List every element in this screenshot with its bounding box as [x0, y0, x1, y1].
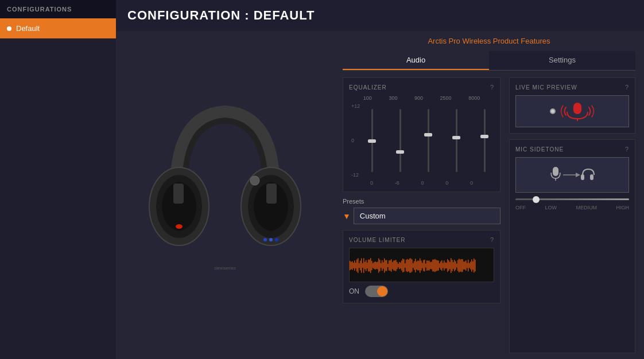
preset-dropdown[interactable]: Custom [354, 208, 501, 224]
svg-rect-42 [382, 260, 383, 271]
equalizer-help[interactable]: ? [490, 84, 494, 91]
svg-rect-94 [441, 260, 443, 271]
right-panel: Arctis Pro Wireless Product Features Aud… [334, 31, 644, 359]
live-mic-section: LIVE MIC PREVIEW ? [509, 77, 635, 134]
svg-rect-105 [454, 260, 455, 271]
svg-rect-79 [424, 260, 425, 272]
svg-rect-49 [390, 260, 391, 271]
eq-track-2[interactable] [428, 109, 429, 172]
mic-preview-icon [560, 102, 595, 121]
svg-rect-84 [430, 262, 431, 269]
svg-rect-39 [378, 258, 379, 272]
svg-rect-54 [395, 260, 397, 271]
vl-label: VOLUME LIMITER [349, 237, 405, 243]
eq-freq-300: 300 [389, 95, 397, 101]
svg-rect-92 [439, 263, 440, 268]
eq-thumb-0[interactable] [368, 139, 376, 143]
svg-rect-113 [463, 262, 464, 270]
eq-slider-4[interactable] [484, 109, 486, 172]
svg-rect-73 [417, 260, 418, 270]
audio-right: LIVE MIC PREVIEW ? [509, 77, 635, 353]
svg-rect-43 [383, 262, 384, 268]
svg-rect-22 [359, 263, 360, 268]
eq-thumb-2[interactable] [424, 133, 432, 136]
vl-toggle-switch[interactable] [365, 286, 388, 297]
svg-rect-116 [467, 263, 468, 268]
svg-rect-51 [392, 262, 393, 269]
eq-thumb-1[interactable] [396, 150, 404, 154]
preset-value: Custom [360, 212, 386, 220]
svg-rect-24 [361, 258, 362, 272]
svg-rect-122 [474, 259, 475, 273]
svg-rect-109 [459, 259, 460, 272]
svg-rect-25 [362, 263, 363, 268]
svg-rect-23 [360, 261, 361, 271]
eq-db-plus12: +12 [351, 103, 360, 109]
eq-slider-1[interactable] [399, 109, 401, 172]
svg-rect-21 [358, 258, 359, 273]
svg-rect-8 [173, 184, 184, 204]
tab-audio[interactable]: Audio [343, 51, 489, 70]
svg-rect-75 [420, 258, 421, 272]
svg-rect-82 [428, 261, 429, 271]
svg-rect-77 [422, 263, 423, 268]
svg-rect-44 [384, 259, 385, 273]
svg-rect-57 [399, 262, 400, 269]
sidebar-item-default[interactable]: Default [0, 18, 116, 38]
sidetone-help[interactable]: ? [625, 146, 629, 153]
sidetone-low: LOW [545, 205, 557, 210]
svg-rect-123 [475, 260, 476, 271]
svg-rect-50 [391, 259, 392, 272]
svg-rect-96 [444, 260, 445, 270]
svg-rect-18 [354, 260, 355, 271]
svg-rect-58 [400, 263, 401, 269]
eq-value-labels: 0 -6 0 0 0 [349, 180, 494, 186]
svg-rect-118 [469, 263, 470, 268]
svg-rect-71 [415, 259, 416, 272]
eq-val-1: -6 [395, 180, 399, 186]
preset-arrow-icon[interactable]: ▼ [343, 212, 351, 221]
svg-rect-63 [406, 260, 407, 271]
svg-rect-108 [457, 260, 459, 271]
svg-rect-119 [470, 262, 471, 269]
eq-thumb-4[interactable] [480, 135, 488, 138]
vl-help[interactable]: ? [490, 236, 494, 243]
sidebar-item-dot [7, 26, 11, 31]
sidetone-thumb[interactable] [533, 196, 540, 203]
page-title: CONFIGURATION : DEFAULT [116, 0, 644, 31]
eq-track-1[interactable] [399, 109, 401, 172]
mic-status-dot [550, 108, 556, 114]
svg-rect-35 [374, 262, 375, 269]
sidetone-slider[interactable] [515, 198, 629, 200]
svg-rect-99 [447, 259, 448, 272]
sidetone-scale-labels: OFF LOW MEDIUM HIGH [515, 205, 629, 210]
eq-slider-3[interactable] [456, 109, 457, 172]
eq-slider-0[interactable] [371, 109, 373, 172]
tab-settings[interactable]: Settings [489, 51, 635, 70]
svg-point-3 [176, 224, 183, 229]
eq-track-0[interactable] [371, 109, 373, 172]
eq-thumb-3[interactable] [452, 136, 460, 139]
svg-rect-48 [389, 260, 390, 271]
svg-rect-89 [436, 260, 437, 271]
svg-rect-61 [404, 259, 405, 272]
live-mic-help[interactable]: ? [625, 84, 629, 91]
mic-preview-button[interactable] [515, 95, 629, 127]
eq-track-3[interactable] [456, 109, 457, 172]
eq-track-4[interactable] [484, 109, 486, 172]
svg-rect-93 [440, 262, 441, 270]
svg-point-11 [263, 238, 267, 241]
svg-rect-30 [368, 260, 369, 272]
sidetone-icon-row [515, 157, 629, 193]
sidebar-item-label: Default [16, 24, 40, 33]
sidetone-track[interactable] [515, 198, 629, 200]
svg-rect-56 [398, 264, 399, 267]
svg-rect-68 [412, 259, 413, 271]
svg-text:steelseries: steelseries [214, 266, 236, 271]
svg-rect-67 [410, 258, 412, 272]
eq-slider-2[interactable] [428, 109, 429, 172]
waveform [349, 248, 494, 282]
svg-rect-59 [401, 260, 402, 270]
svg-rect-110 [460, 260, 461, 272]
sidetone-icon-svg [549, 165, 595, 185]
